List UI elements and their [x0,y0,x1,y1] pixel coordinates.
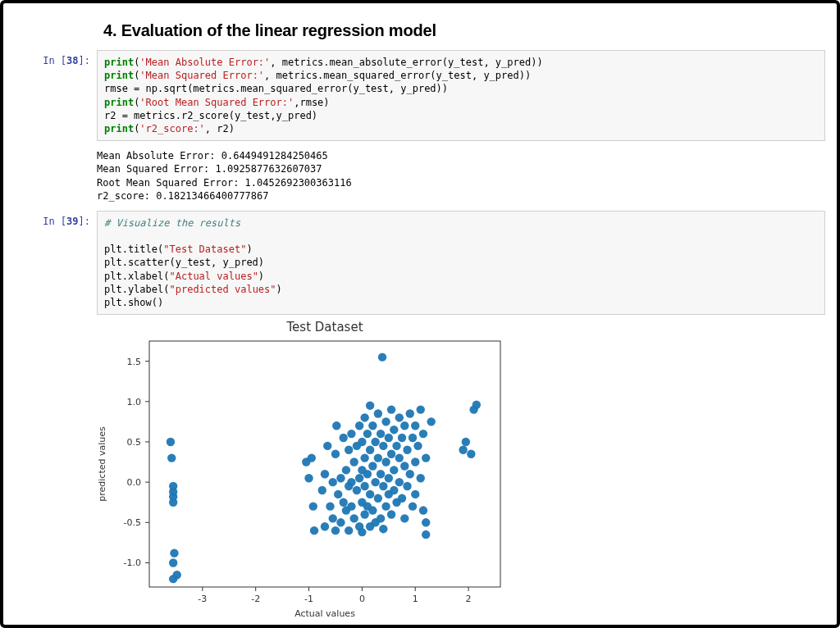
svg-point-107 [385,434,393,442]
svg-text:-3: -3 [198,594,207,604]
svg-text:0.5: 0.5 [127,437,142,448]
svg-point-136 [417,406,425,414]
svg-point-82 [363,470,372,478]
svg-point-120 [395,478,404,486]
svg-point-91 [371,438,379,446]
svg-point-78 [360,454,368,462]
svg-point-28 [167,438,175,446]
svg-point-33 [169,498,177,507]
cell-output-chart: Test Dataset-3-2-1012-1.0-0.50.00.51.01.… [90,318,825,621]
svg-point-53 [334,490,342,498]
svg-point-139 [419,507,427,515]
svg-point-71 [355,474,363,482]
svg-point-81 [363,430,372,438]
svg-point-96 [374,494,382,503]
svg-point-113 [390,425,398,434]
svg-point-142 [422,530,430,539]
code-input[interactable]: # Visualize the results plt.title("Test … [97,211,825,315]
svg-point-130 [409,434,417,442]
svg-text:1.0: 1.0 [127,397,142,407]
svg-point-48 [329,478,337,486]
svg-text:2: 2 [466,594,472,604]
svg-point-73 [358,438,366,446]
svg-point-39 [304,474,313,482]
svg-point-69 [353,486,361,494]
svg-text:1.5: 1.5 [127,357,142,367]
svg-point-140 [422,454,430,462]
svg-point-99 [377,514,385,522]
svg-point-95 [374,454,382,462]
svg-text:-0.5: -0.5 [124,517,141,528]
svg-point-46 [323,442,331,450]
svg-point-118 [395,413,404,421]
svg-point-121 [398,434,406,442]
input-prompt: In [38]: [15,50,97,141]
svg-point-58 [342,466,350,474]
svg-point-123 [400,421,409,430]
svg-point-40 [308,454,316,462]
notebook-frame: 4. Evaluation of the linear regression m… [0,0,840,628]
svg-point-144 [459,446,467,454]
svg-point-101 [379,442,387,450]
svg-point-76 [358,528,366,536]
code-input[interactable]: print('Mean Absolute Error:', metrics.me… [97,50,825,141]
scatter-plot: Test Dataset-3-2-1012-1.0-0.50.00.51.01.… [90,318,525,621]
svg-point-55 [336,518,345,526]
svg-point-119 [395,454,404,462]
svg-point-116 [392,442,400,450]
svg-point-127 [403,482,411,490]
svg-point-67 [349,514,358,522]
svg-text:-2: -2 [251,594,260,604]
svg-text:Test Dataset: Test Dataset [285,320,363,334]
svg-point-137 [417,474,425,482]
svg-point-115 [390,486,398,494]
svg-point-80 [360,510,368,518]
svg-point-104 [381,417,390,425]
svg-point-66 [349,458,358,466]
svg-point-134 [411,490,419,498]
svg-point-138 [419,430,427,438]
svg-point-98 [377,470,385,478]
svg-point-90 [368,507,377,515]
svg-point-45 [321,522,329,530]
svg-point-145 [462,438,470,446]
svg-text:0: 0 [359,594,365,604]
svg-point-94 [374,410,382,418]
svg-point-63 [347,430,355,438]
svg-point-60 [345,446,353,454]
svg-point-148 [472,401,481,409]
svg-point-41 [310,526,318,535]
svg-point-143 [427,417,435,425]
svg-point-110 [387,406,395,414]
svg-point-102 [379,482,387,490]
svg-point-77 [360,413,368,421]
svg-point-100 [378,353,386,362]
svg-text:-1: -1 [304,594,313,604]
svg-point-146 [467,450,475,458]
svg-point-29 [167,454,176,462]
svg-point-52 [332,421,340,430]
svg-point-86 [366,490,374,498]
svg-point-54 [336,474,345,482]
svg-point-44 [321,470,329,478]
svg-point-47 [326,503,334,511]
svg-point-65 [347,503,355,511]
section-heading: 4. Evaluation of the linear regression m… [103,21,825,40]
svg-point-89 [368,462,377,470]
svg-point-105 [381,458,390,466]
svg-text:0.0: 0.0 [127,477,142,488]
scrollbar[interactable] [829,3,833,625]
notebook-content: 4. Evaluation of the linear regression m… [3,3,837,625]
svg-text:Actual values: Actual values [294,608,355,619]
svg-point-114 [390,466,398,474]
svg-point-126 [403,446,411,454]
svg-point-129 [406,470,414,478]
svg-point-132 [411,421,419,430]
svg-point-133 [411,458,419,466]
svg-point-111 [387,450,395,458]
svg-point-43 [318,486,326,494]
svg-point-85 [366,446,374,454]
svg-point-37 [169,575,177,583]
code-cell-39: In [39]: # Visualize the results plt.tit… [15,211,825,315]
svg-point-42 [309,503,317,511]
